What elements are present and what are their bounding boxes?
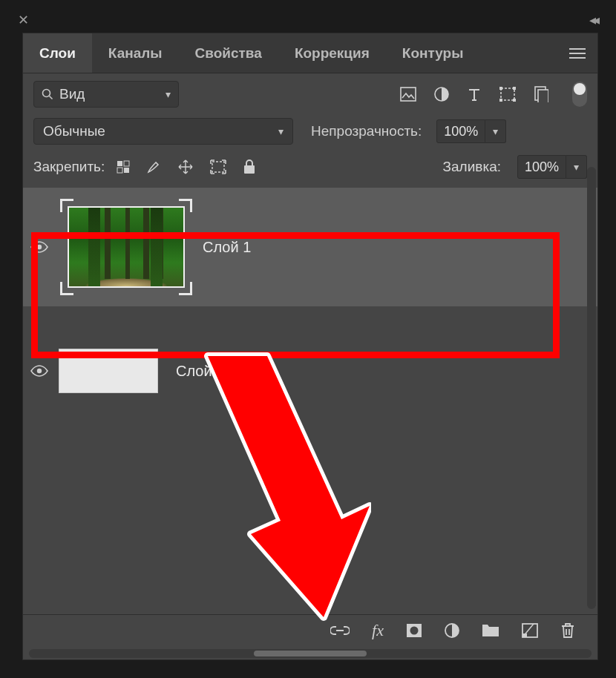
tab-paths[interactable]: Контуры <box>386 33 480 73</box>
panel-tabs: Слои Каналы Свойства Коррекция Контуры <box>23 33 597 73</box>
fill-slider-toggle[interactable]: ▾ <box>566 155 587 179</box>
close-panel-icon[interactable]: ✕ <box>18 13 29 27</box>
svg-rect-15 <box>244 165 255 174</box>
smartobject-corner-icon <box>179 282 192 295</box>
collapse-panel-icon[interactable]: ◂◂ <box>589 13 597 27</box>
svg-point-16 <box>37 245 42 249</box>
lock-position-icon[interactable] <box>177 159 194 175</box>
smartobject-corner-icon <box>60 282 73 295</box>
tab-properties[interactable]: Свойства <box>179 33 278 73</box>
chevron-down-icon: ▾ <box>574 161 579 173</box>
svg-rect-14 <box>212 162 224 172</box>
svg-rect-9 <box>538 90 548 102</box>
lock-all-icon[interactable] <box>243 159 256 174</box>
blend-opacity-row: Обычные ▾ Непрозрачность: 100% ▾ <box>23 115 597 152</box>
layer-row[interactable]: Слой 0 <box>23 330 597 412</box>
fill-input[interactable]: 100% <box>517 155 566 179</box>
svg-point-19 <box>410 627 419 635</box>
layer-list: Слой 1 Слой 0 <box>23 188 597 412</box>
chevron-down-icon: ▾ <box>278 125 284 137</box>
tab-channels[interactable]: Каналы <box>92 33 179 73</box>
fill-label: Заливка: <box>443 159 501 175</box>
layer-fx-icon[interactable]: fx <box>372 621 384 640</box>
layers-bottom-toolbar: fx <box>23 615 597 646</box>
layer-thumbnail[interactable] <box>68 206 185 288</box>
layers-panel: Слои Каналы Свойства Коррекция Контуры В… <box>22 33 598 660</box>
lock-fill-row: Закрепить: Заливка: 100% ▾ <box>23 152 597 188</box>
visibility-icon[interactable] <box>30 241 48 253</box>
horizontal-scrollbar[interactable] <box>29 649 592 658</box>
lock-pixels-icon[interactable] <box>117 160 130 174</box>
blend-mode-value: Обычные <box>43 123 105 139</box>
opacity-input[interactable]: 100% <box>436 119 485 143</box>
opacity-slider-toggle[interactable]: ▾ <box>485 119 506 143</box>
new-group-icon[interactable] <box>482 623 499 638</box>
layer-name[interactable]: Слой 1 <box>203 239 251 256</box>
svg-rect-10 <box>117 161 122 166</box>
visibility-icon[interactable] <box>30 365 48 377</box>
search-icon <box>42 88 53 100</box>
smartobject-corner-icon <box>60 199 73 212</box>
lock-brush-icon[interactable] <box>146 159 161 174</box>
new-layer-icon[interactable] <box>522 623 538 638</box>
svg-point-0 <box>43 90 50 97</box>
add-mask-icon[interactable] <box>406 623 422 638</box>
svg-rect-1 <box>401 88 416 101</box>
image-filter-icon[interactable] <box>400 87 416 102</box>
layer-row[interactable]: Слой 1 <box>23 188 597 306</box>
chevron-down-icon: ▾ <box>166 88 171 100</box>
svg-rect-12 <box>117 168 122 173</box>
svg-rect-11 <box>124 161 129 166</box>
opacity-label: Непрозрачность: <box>311 123 422 139</box>
smartobject-filter-icon[interactable] <box>534 86 548 102</box>
tab-layers[interactable]: Слои <box>23 33 92 73</box>
svg-rect-22 <box>522 633 527 637</box>
filter-toggle[interactable] <box>572 82 587 107</box>
adjustment-filter-icon[interactable] <box>434 87 449 102</box>
lock-artboard-icon[interactable] <box>210 159 226 174</box>
svg-rect-13 <box>124 168 129 173</box>
adjustment-layer-icon[interactable] <box>445 623 459 638</box>
svg-rect-6 <box>499 99 502 102</box>
link-layers-icon[interactable] <box>330 625 350 636</box>
layer-filter-type-select[interactable]: Вид ▾ <box>33 81 179 108</box>
svg-rect-7 <box>513 99 516 102</box>
svg-rect-4 <box>499 87 502 90</box>
svg-rect-3 <box>501 88 514 100</box>
chevron-down-icon: ▾ <box>493 125 498 137</box>
lock-label: Закрепить: <box>33 159 105 175</box>
vertical-scrollbar[interactable] <box>587 167 596 609</box>
delete-layer-icon[interactable] <box>560 622 575 639</box>
layer-filter-row: Вид ▾ <box>23 73 597 115</box>
svg-rect-5 <box>513 87 516 90</box>
type-filter-icon[interactable] <box>467 87 482 102</box>
layer-filter-type-label: Вид <box>59 86 85 102</box>
svg-point-17 <box>37 369 42 373</box>
layer-thumbnail[interactable] <box>59 349 158 393</box>
smartobject-corner-icon <box>179 199 192 212</box>
blend-mode-select[interactable]: Обычные ▾ <box>33 118 293 145</box>
panel-menu-icon[interactable] <box>557 33 597 73</box>
tab-adjustments[interactable]: Коррекция <box>278 33 386 73</box>
layer-name[interactable]: Слой 0 <box>176 363 224 380</box>
shape-filter-icon[interactable] <box>499 87 516 102</box>
